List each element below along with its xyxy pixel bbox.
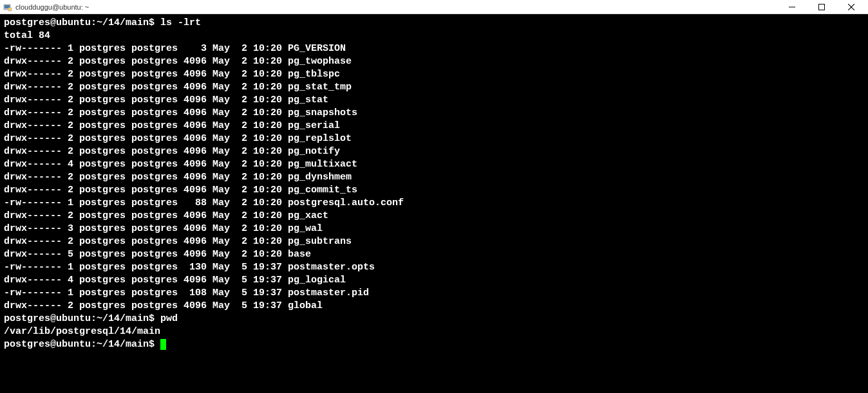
cursor: [160, 339, 166, 350]
listing-row: -rw------- 1 postgres postgres 88 May 2 …: [4, 197, 864, 210]
listing-row: drwx------ 2 postgres postgres 4096 May …: [4, 235, 864, 248]
command-text: ls -lrt: [160, 17, 201, 28]
listing-row: drwx------ 2 postgres postgres 4096 May …: [4, 133, 864, 145]
listing-row: drwx------ 2 postgres postgres 4096 May …: [4, 107, 864, 120]
prompt: postgres@ubuntu:~/14/main$: [4, 339, 160, 350]
listing-row: -rw------- 1 postgres postgres 130 May 5…: [4, 261, 864, 274]
listing-row: drwx------ 5 postgres postgres 4096 May …: [4, 248, 864, 261]
listing-row: drwx------ 2 postgres postgres 4096 May …: [4, 94, 864, 107]
listing-row: -rw------- 1 postgres postgres 3 May 2 1…: [4, 42, 864, 55]
listing-row: drwx------ 2 postgres postgres 4096 May …: [4, 300, 864, 313]
listing-row: drwx------ 2 postgres postgres 4096 May …: [4, 68, 864, 81]
total-line: total 84: [4, 30, 864, 42]
svg-rect-4: [819, 4, 825, 10]
listing-row: drwx------ 2 postgres postgres 4096 May …: [4, 171, 864, 184]
svg-rect-2: [8, 8, 12, 11]
pwd-output: /var/lib/postgresql/14/main: [4, 325, 864, 338]
listing-row: drwx------ 4 postgres postgres 4096 May …: [4, 274, 864, 287]
command-line-1: postgres@ubuntu:~/14/main$ ls -lrt: [4, 17, 864, 30]
listing-row: -rw------- 1 postgres postgres 108 May 5…: [4, 287, 864, 300]
window-title: cloudduggu@ubuntu: ~: [15, 3, 783, 11]
terminal[interactable]: postgres@ubuntu:~/14/main$ ls -lrt total…: [0, 14, 868, 393]
listing-row: drwx------ 2 postgres postgres 4096 May …: [4, 81, 864, 94]
listing-row: drwx------ 2 postgres postgres 4096 May …: [4, 184, 864, 197]
titlebar: cloudduggu@ubuntu: ~: [0, 0, 868, 14]
listing-row: drwx------ 2 postgres postgres 4096 May …: [4, 55, 864, 68]
listing-row: drwx------ 3 postgres postgres 4096 May …: [4, 223, 864, 235]
window-controls: [783, 1, 865, 14]
listing-row: drwx------ 2 postgres postgres 4096 May …: [4, 145, 864, 158]
listing-row: drwx------ 4 postgres postgres 4096 May …: [4, 158, 864, 171]
command-line-3: postgres@ubuntu:~/14/main$: [4, 338, 864, 351]
prompt: postgres@ubuntu:~/14/main$: [4, 17, 160, 28]
prompt: postgres@ubuntu:~/14/main$: [4, 313, 160, 324]
close-button[interactable]: [842, 1, 860, 14]
listing-row: drwx------ 2 postgres postgres 4096 May …: [4, 120, 864, 133]
putty-icon: [3, 2, 13, 12]
maximize-button[interactable]: [813, 1, 831, 14]
command-line-2: postgres@ubuntu:~/14/main$ pwd: [4, 313, 864, 325]
listing-row: drwx------ 2 postgres postgres 4096 May …: [4, 210, 864, 223]
command-text: pwd: [160, 313, 178, 324]
minimize-button[interactable]: [783, 1, 801, 14]
